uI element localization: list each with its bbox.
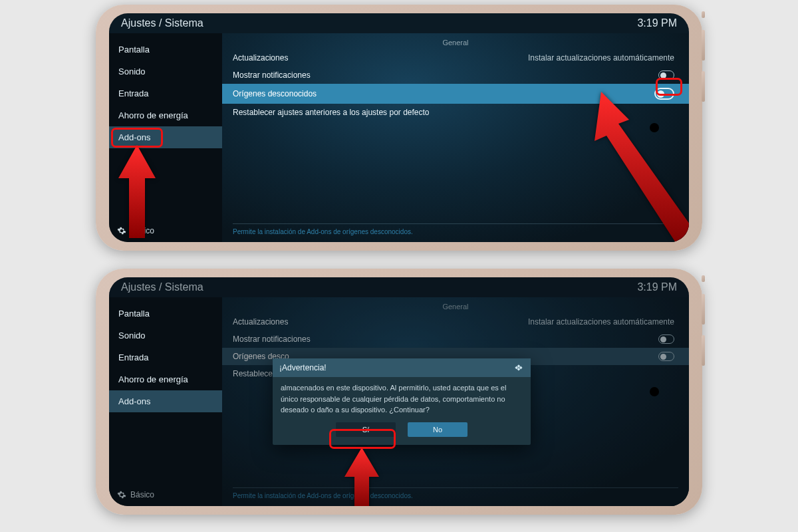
sidebar-item-sonido[interactable]: Sonido — [109, 61, 222, 82]
row-notifications[interactable]: Mostrar notificaciones — [222, 66, 689, 84]
row-notifications-label: Mostrar notificaciones — [233, 70, 311, 80]
arrow-yes — [344, 448, 379, 506]
sidebar-item-entrada[interactable]: Entrada — [109, 82, 222, 104]
settings-sidebar: Pantalla Sonido Entrada Ahorro de energí… — [109, 297, 222, 506]
toggle-notifications[interactable] — [658, 70, 674, 80]
arrow-toggle — [587, 92, 689, 242]
svg-marker-1 — [595, 92, 689, 242]
app-header: Ajustes / Sistema 3:19 PM — [109, 13, 689, 33]
sidebar-item-entrada[interactable]: Entrada — [109, 346, 222, 368]
row-notifications-label: Mostrar notificaciones — [233, 334, 311, 344]
row-reset-defaults-label: Restablecer ajustes anteriores a los aju… — [233, 108, 430, 117]
sidebar-item-addons[interactable]: Add-ons — [109, 390, 222, 412]
sidebar-item-ahorro-energia[interactable]: Ahorro de energía — [109, 104, 222, 126]
section-title: General — [222, 297, 689, 313]
svg-marker-2 — [344, 448, 379, 506]
screen-bottom: Ajustes / Sistema 3:19 PM Pantalla Sonid… — [109, 277, 689, 506]
dialog-header: ¡Advertencia! — [273, 358, 531, 377]
phone-side-buttons — [702, 5, 705, 251]
row-updates-label: Actualizaciones — [233, 53, 288, 63]
camera-hole — [650, 387, 659, 396]
dialog-no-button[interactable]: No — [408, 422, 467, 437]
settings-level-button[interactable]: Básico — [109, 483, 222, 506]
screen-top: Ajustes / Sistema 3:19 PM Pantalla Sonid… — [109, 13, 689, 242]
arrow-addons — [118, 145, 156, 238]
section-title: General — [222, 33, 689, 49]
help-text: Permite la instalación de Add-ons de orí… — [233, 487, 678, 499]
sidebar-item-ahorro-energia[interactable]: Ahorro de energía — [109, 368, 222, 390]
toggle-unknown-sources[interactable] — [658, 352, 674, 361]
svg-marker-0 — [118, 145, 156, 238]
row-unknown-sources-label: Orígenes desconocidos — [233, 89, 317, 98]
phone-frame-bottom: Ajustes / Sistema 3:19 PM Pantalla Sonid… — [96, 269, 702, 515]
gear-icon — [117, 490, 126, 499]
phone-frame-top: Ajustes / Sistema 3:19 PM Pantalla Sonid… — [96, 5, 702, 251]
sidebar-item-pantalla[interactable]: Pantalla — [109, 303, 222, 325]
clock: 3:19 PM — [637, 281, 677, 293]
row-updates[interactable]: Actualizaciones Instalar actualizaciones… — [222, 313, 689, 331]
kodi-icon — [513, 362, 524, 373]
warning-dialog: ¡Advertencia! almacenados en este dispos… — [273, 358, 531, 445]
breadcrumb: Ajustes / Sistema — [121, 17, 203, 29]
breadcrumb: Ajustes / Sistema — [121, 281, 203, 293]
dialog-body: almacenados en este dispositivo. Al perm… — [273, 377, 531, 422]
dialog-title: ¡Advertencia! — [279, 363, 327, 372]
dialog-yes-button[interactable]: Sí — [336, 422, 396, 437]
app-header: Ajustes / Sistema 3:19 PM — [109, 277, 689, 297]
row-updates[interactable]: Actualizaciones Instalar actualizaciones… — [222, 49, 689, 66]
toggle-notifications[interactable] — [658, 334, 674, 344]
row-updates-label: Actualizaciones — [233, 317, 288, 327]
row-notifications[interactable]: Mostrar notificaciones — [222, 331, 689, 348]
sidebar-item-pantalla[interactable]: Pantalla — [109, 39, 222, 61]
settings-level-label: Básico — [130, 490, 154, 499]
row-updates-value: Instalar actualizaciones automáticamente — [528, 53, 674, 63]
phone-side-buttons — [702, 269, 705, 515]
sidebar-item-sonido[interactable]: Sonido — [109, 325, 222, 346]
clock: 3:19 PM — [637, 17, 677, 29]
row-updates-value: Instalar actualizaciones automáticamente — [528, 317, 674, 327]
